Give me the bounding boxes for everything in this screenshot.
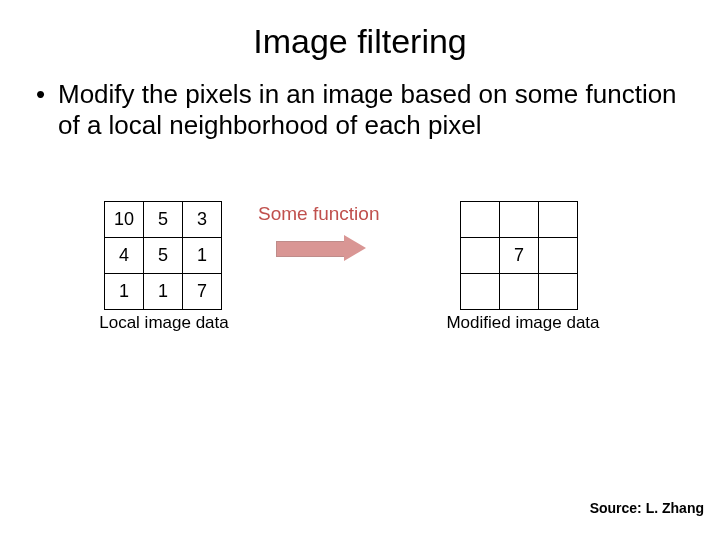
cell	[539, 274, 578, 310]
slide-title: Image filtering	[0, 22, 720, 61]
cell: 1	[183, 238, 222, 274]
bullet-text: Modify the pixels in an image based on s…	[58, 79, 692, 141]
cell: 10	[105, 202, 144, 238]
cell: 1	[105, 274, 144, 310]
cell: 1	[144, 274, 183, 310]
right-caption: Modified image data	[438, 313, 608, 333]
cell	[461, 238, 500, 274]
modified-image-grid: 7	[460, 201, 578, 310]
left-caption: Local image data	[84, 313, 244, 333]
cell: 3	[183, 202, 222, 238]
cell	[500, 274, 539, 310]
cell	[500, 202, 539, 238]
cell	[461, 274, 500, 310]
arrow-icon	[276, 235, 368, 261]
cell: 5	[144, 238, 183, 274]
diagram-area: 10 5 3 4 5 1 1 1 7 Some function 7	[0, 201, 720, 401]
local-image-grid: 10 5 3 4 5 1 1 1 7	[104, 201, 222, 310]
source-credit: Source: L. Zhang	[590, 500, 704, 516]
function-label: Some function	[258, 203, 379, 225]
cell	[539, 202, 578, 238]
cell: 5	[144, 202, 183, 238]
bullet-block: • Modify the pixels in an image based on…	[36, 79, 692, 141]
cell: 7	[500, 238, 539, 274]
cell: 4	[105, 238, 144, 274]
bullet-item: • Modify the pixels in an image based on…	[36, 79, 692, 141]
cell	[539, 238, 578, 274]
cell	[461, 202, 500, 238]
cell: 7	[183, 274, 222, 310]
bullet-dot: •	[36, 79, 58, 141]
